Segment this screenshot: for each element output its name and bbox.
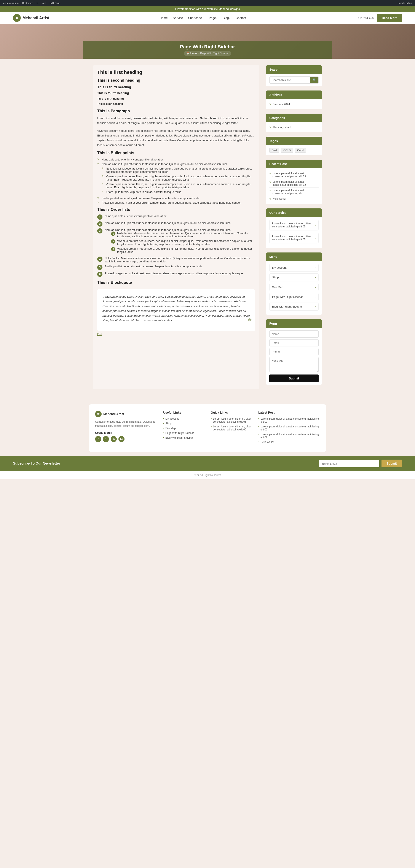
main-nav: Home Service Shortcode Page Blog Contact (159, 16, 246, 20)
admin-customize[interactable]: Customize (22, 2, 33, 4)
menu-item-shop[interactable]: Shop › (269, 273, 319, 281)
site-logo[interactable]: ✿ Mehendi Artist (13, 14, 49, 22)
footer-post-item[interactable]: Lorem ipsum dolor sit amet, consectetur … (258, 425, 320, 431)
footer-quick-item[interactable]: Lorem ipsum dolor sit amet, often consec… (211, 425, 252, 431)
admin-bar: teena-artist.pro Customize 3 New Edit Pa… (0, 0, 415, 6)
form-submit-button[interactable]: Submit (269, 374, 319, 382)
tags-list: Best GOLD Good (269, 148, 319, 153)
category-item[interactable]: Uncategorized (269, 125, 319, 130)
nav-blog[interactable]: Blog (223, 16, 230, 20)
tags-widget-body: Best GOLD Good (266, 145, 322, 155)
newsletter-bar: Subscribe To Our Newsletter Submit (0, 456, 415, 471)
menu-item-page-right-sidebar[interactable]: Page With Right Sidebar › (269, 293, 319, 301)
blockquote-heading: This is Blockquote (97, 280, 255, 285)
archives-widget-body: January 2024 (266, 99, 322, 109)
footer-link-blog-sidebar[interactable]: Blog With Right Sidebar (163, 436, 204, 439)
site-footer: ✿ Mehendi Artist Curabitur tempus justo … (0, 396, 415, 456)
form-widget-header: Form (266, 319, 322, 328)
logo-text: Mehendi Artist (23, 16, 49, 20)
newsletter-form: Submit (60, 460, 402, 467)
menu-item-sitemap[interactable]: Site Map › (269, 283, 319, 291)
footer-logo-text: Mehendi Artist (103, 412, 124, 416)
footer-link-shop[interactable]: Shop (163, 422, 204, 425)
recent-post-item[interactable]: Lorem ipsum dolor sit amet, consectetur … (269, 171, 319, 179)
list-item: Nulla facilisi. Maecenas lacinia ac nisi… (101, 167, 255, 174)
ol-item: 1 Nunc quis ante et enim viverra porttit… (97, 214, 255, 220)
twitter-icon[interactable]: t (103, 436, 109, 442)
form-name-input[interactable] (269, 331, 319, 338)
footer-quick-item[interactable]: Lorem ipsum dolor sit amet, often consec… (211, 417, 252, 423)
nav-home[interactable]: Home (159, 16, 168, 20)
list-item: Nam ac nibh id turpis efficitur pellente… (97, 162, 255, 193)
list-item: Vivamus pretium neque libero, sed dignis… (101, 175, 255, 181)
list-item: Nunc quis ante et enim viverra porttitor… (97, 158, 255, 161)
footer-post-item[interactable]: Lorem ipsum dolor sit amet, consectetur … (258, 417, 320, 423)
categories-widget-body: Uncategorized (266, 122, 322, 132)
breadcrumb: 🏠 Home > Page With Right Sidebar (184, 51, 231, 56)
nav-service[interactable]: Service (173, 16, 183, 20)
footer-logo-icon: ✿ (95, 411, 101, 417)
tag-gold[interactable]: GOLD (281, 148, 293, 153)
footer-about: ✿ Mehendi Artist Curabitur tempus justo … (95, 411, 157, 445)
categories-widget-header: Categories (266, 114, 322, 122)
search-widget-body: 🔍 (266, 74, 322, 86)
footer-link-page-sidebar[interactable]: Page With Right Sidebar (163, 432, 204, 435)
search-input[interactable] (270, 77, 310, 83)
bullet-heading: This is Bullet points (97, 151, 255, 155)
order-heading: This is Order lists (97, 207, 255, 212)
form-phone-input[interactable] (269, 348, 319, 355)
nav-contact[interactable]: Contact (236, 16, 246, 20)
tag-good[interactable]: Good (295, 148, 306, 153)
nested-list: Nulla facilisi. Maecenas lacinia ac nisi… (101, 167, 255, 193)
form-message-input[interactable] (269, 357, 319, 372)
form-email-input[interactable] (269, 339, 319, 346)
search-button[interactable]: 🔍 (310, 77, 319, 83)
footer-useful-links: Useful Links My account Shop Site Map Pa… (163, 411, 204, 445)
header-phone: +101 234 456 (356, 17, 374, 20)
admin-site[interactable]: teena-artist.pro (3, 2, 19, 4)
heading-6: This is sixth heading (97, 102, 255, 105)
footer-post-item[interactable]: Hello world! (258, 441, 320, 444)
nav-shortcode[interactable]: Shortcode (188, 16, 204, 20)
recent-post-item[interactable]: Hello world! (269, 196, 319, 202)
list-item: Sed imperdiet venenatis justo a ornare. … (97, 196, 255, 200)
read-more-button[interactable]: Read More (377, 14, 402, 22)
form-widget: Form Submit (266, 319, 322, 385)
footer-logo: ✿ Mehendi Artist (95, 411, 157, 417)
menu-item-blog-right-sidebar[interactable]: Blog With Right Sidebar › (269, 303, 319, 311)
newsletter-title: Subscribe To Our Newsletter (13, 462, 60, 465)
breadcrumb-home[interactable]: Home (190, 52, 197, 55)
menu-arrow-icon: › (315, 266, 316, 269)
archive-item[interactable]: January 2024 (269, 102, 319, 107)
ol-item: 6 Phasellus egestas, nulla et vestibulum… (97, 272, 255, 277)
nav-page[interactable]: Page (209, 16, 217, 20)
social-media-label: Social Media (95, 431, 157, 434)
footer-quick-links: Quick Links Lorem ipsum dolor sit amet, … (211, 411, 252, 445)
admin-new[interactable]: New (41, 2, 46, 4)
notification-bar: Elevate tradition with our exquisite Meh… (0, 6, 415, 12)
menu-item-account[interactable]: My account › (269, 264, 319, 272)
admin-edit-page[interactable]: Edit Page (50, 2, 60, 4)
menu-arrow-icon: › (315, 276, 316, 279)
footer-post-item[interactable]: Lorem ipsum dolor sit amet, consectetur … (258, 433, 320, 439)
instagram-icon[interactable]: in (111, 436, 117, 442)
recent-post-item[interactable]: Lorem ipsum dolor sit amet, consectetur … (269, 188, 319, 196)
bullet-list: Nunc quis ante et enim viverra porttitor… (97, 158, 255, 204)
ol-item: 4 Nulla facilisi. Maecenas lacinia ac ni… (97, 256, 255, 263)
footer-link-sitemap[interactable]: Site Map (163, 427, 204, 430)
recent-post-widget: Recent Post Lorem ipsum dolor sit amet, … (266, 160, 322, 204)
heading-1: This is first heading (97, 69, 255, 75)
admin-comments[interactable]: 3 (37, 2, 38, 4)
newsletter-submit-button[interactable]: Submit (382, 460, 402, 467)
facebook-icon[interactable]: f (95, 436, 101, 442)
footer-link-account[interactable]: My account (163, 417, 204, 420)
search-widget: Search 🔍 (266, 65, 322, 86)
edit-link[interactable]: Edit (97, 333, 102, 336)
footer-grid: ✿ Mehendi Artist Curabitur tempus justo … (89, 404, 326, 452)
linkedin-icon[interactable]: tw (118, 436, 124, 442)
tag-best[interactable]: Best (269, 148, 279, 153)
newsletter-email-input[interactable] (319, 460, 379, 467)
service-card[interactable]: Lorem ipsum dolor sit amet, often consec… (269, 232, 319, 243)
service-card[interactable]: Lorem ipsum dolor sit amet, often consec… (269, 220, 319, 230)
recent-post-item[interactable]: Lorem ipsum dolor sit amet, consectetur … (269, 179, 319, 188)
